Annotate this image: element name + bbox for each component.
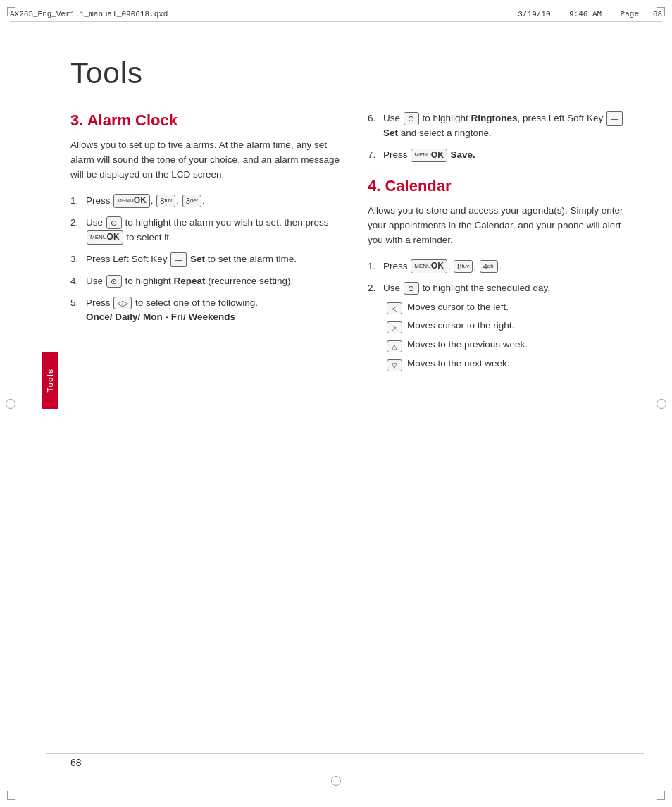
bottom-rule [46, 753, 644, 754]
right-column: 6. Use ⊙ to highlight Ringtones, press L… [368, 111, 637, 383]
step-num-2: 2. [70, 216, 83, 230]
reg-mark-right [657, 399, 666, 409]
cursor-move-right: ▷ Moves cursor to the right. [386, 319, 637, 335]
calendar-title: 4. Calendar [368, 177, 637, 195]
page-header: AX265_Eng_Ver1.1_manual_090618.qxd 3/19/… [10, 10, 662, 22]
cal-step-content-2: Use ⊙ to highlight the scheduled day. ◁ … [383, 281, 637, 376]
cursor-move-left-text: Moves cursor to the left. [407, 300, 637, 315]
crop-mark-br [657, 791, 665, 800]
alarm-step-4: 4. Use ⊙ to highlight Repeat (recurrence… [70, 274, 340, 289]
up-arrow-icon: △ [386, 339, 403, 354]
step-num-6: 6. [368, 111, 380, 126]
menu-ok-key-1: MENUOK [113, 194, 150, 208]
cursor-move-left: ◁ Moves cursor to the left. [386, 300, 637, 316]
nav-key-6: ⊙ [404, 112, 419, 125]
cursor-move-right-text: Moves cursor to the right. [407, 319, 637, 333]
menu-ok-key-7: MENUOK [411, 149, 447, 163]
nav-key-5: ◁▷ [113, 297, 132, 309]
step-num-4: 4. [70, 274, 83, 289]
step-num-5: 5. [70, 296, 83, 311]
cursor-moves-list: ◁ Moves cursor to the left. ▷ Moves curs… [386, 300, 637, 374]
key-8tuv: 8tuv [156, 195, 175, 207]
step-content-2: Use ⊙ to highlight the alarm you wish to… [86, 216, 340, 245]
alarm-step-6: 6. Use ⊙ to highlight Ringtones, press L… [368, 111, 637, 141]
step-content-3: Press Left Soft Key — Set to set the ala… [86, 252, 340, 267]
nav-key-c2: ⊙ [404, 282, 419, 295]
step-num-1: 1. [70, 194, 83, 209]
calendar-step-1: 1. Press MENUOK, 8tuv, 4ghi. [368, 259, 637, 274]
left-column: 3. Alarm Clock Allows you to set up to f… [70, 111, 340, 383]
cursor-move-down-text: Moves to the next week. [407, 357, 637, 371]
key-3def: 3def [182, 195, 201, 207]
top-rule [46, 39, 644, 39]
nav-key-2: ⊙ [106, 216, 122, 229]
reg-mark-left [6, 399, 15, 409]
cal-step-num-1: 1. [368, 259, 380, 274]
key-4ghi: 4ghi [480, 260, 499, 273]
alarm-clock-title: 3. Alarm Clock [70, 111, 340, 130]
alarm-step-7: 7. Press MENUOK Save. [368, 148, 637, 163]
down-arrow-icon: ▽ [386, 358, 403, 373]
step-content-7: Press MENUOK Save. [383, 148, 637, 163]
right-arrow-icon: ▷ [386, 320, 403, 335]
left-arrow-icon: ◁ [386, 302, 403, 316]
cursor-move-up: △ Moves to the previous week. [386, 338, 637, 354]
cursor-move-down: ▽ Moves to the next week. [386, 357, 637, 373]
key-8tuv-c: 8tuv [454, 260, 473, 273]
content-columns: 3. Alarm Clock Allows you to set up to f… [70, 111, 637, 383]
cal-step-content-1: Press MENUOK, 8tuv, 4ghi. [383, 259, 637, 274]
nav-key-4: ⊙ [106, 275, 122, 288]
reg-mark-bottom [331, 776, 341, 786]
main-content: Tools 3. Alarm Clock Allows you to set u… [70, 56, 637, 737]
menu-ok-key-c1: MENUOK [411, 259, 447, 273]
page-number: 68 [70, 757, 82, 768]
calendar-step-2: 2. Use ⊙ to highlight the scheduled day.… [368, 281, 637, 376]
softkey-set-3: — [170, 252, 187, 267]
step-num-7: 7. [368, 148, 380, 163]
alarm-step-5: 5. Press ◁▷ to select one of the followi… [70, 296, 340, 326]
step-content-4: Use ⊙ to highlight Repeat (recurrence se… [86, 274, 340, 289]
cursor-move-up-text: Moves to the previous week. [407, 338, 637, 352]
crop-mark-bl [7, 791, 15, 800]
step-content-1: Press MENUOK, 8tuv, 3def. [86, 194, 340, 209]
alarm-step-2: 2. Use ⊙ to highlight the alarm you wish… [70, 216, 340, 245]
page-title: Tools [70, 56, 637, 90]
step-content-6: Use ⊙ to highlight Ringtones, press Left… [383, 111, 637, 141]
header-filename: AX265_Eng_Ver1.1_manual_090618.qxd [10, 10, 168, 18]
menu-ok-key-2: MENUOK [87, 230, 123, 245]
alarm-clock-intro: Allows you to set up to five alarms. At … [70, 138, 340, 183]
sidebar-tab-label: Tools [46, 369, 54, 393]
sidebar-tab: Tools [42, 338, 58, 423]
sidebar-tab-bar: Tools [42, 352, 58, 409]
softkey-set-6: — [606, 111, 623, 126]
alarm-step-1: 1. Press MENUOK, 8tuv, 3def. [70, 194, 340, 209]
step-content-5: Press ◁▷ to select one of the following.… [86, 296, 340, 326]
header-date: 3/19/10 9:46 AM Page 68 [518, 10, 662, 18]
alarm-step-3: 3. Press Left Soft Key — Set to set the … [70, 252, 340, 267]
step-num-3: 3. [70, 252, 83, 267]
cal-step-num-2: 2. [368, 281, 380, 296]
calendar-intro: Allows you to store and access your agen… [368, 204, 637, 248]
